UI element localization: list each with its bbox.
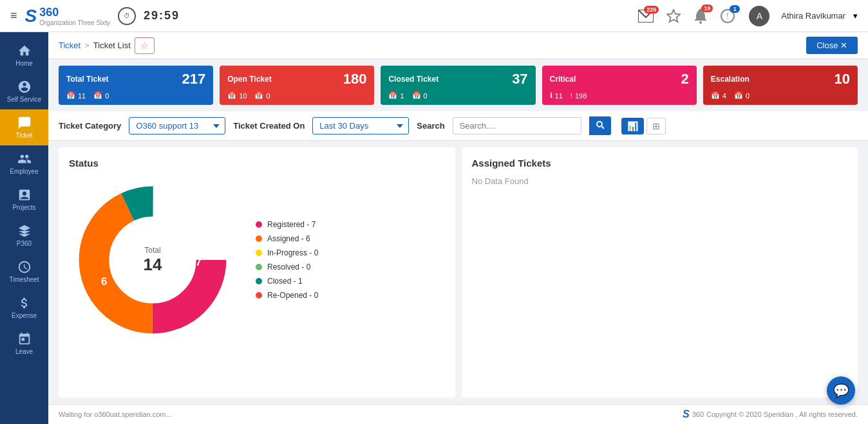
- sidebar-item-timesheet[interactable]: Timesheet: [0, 253, 48, 290]
- footer: Waiting for o360uat.speridian.com... S 3…: [48, 404, 868, 424]
- sidebar-label-p360: P360: [17, 240, 32, 247]
- svg-line-6: [601, 127, 604, 129]
- chart-container: 7 6 1 Total 14: [69, 176, 445, 344]
- legend-dot-registered: [256, 221, 262, 228]
- alert-button[interactable]: ! 1: [721, 9, 735, 23]
- donut-chart: 7 6 1 Total 14: [69, 176, 236, 344]
- breadcrumb-bar: Ticket > Ticket List ☆ Close ✕: [48, 32, 868, 59]
- legend-dot-reopened: [256, 292, 262, 299]
- stat-closed[interactable]: Closed Ticket 37 📅 1 📅 0: [381, 66, 535, 105]
- segment-label-assigned: 6: [101, 275, 107, 288]
- grid-chart-button[interactable]: ⊞: [646, 118, 666, 134]
- stat-total-number: 217: [182, 71, 205, 88]
- logo-org: Organization Three Sixty: [39, 19, 110, 26]
- footer-logo: S 360 Copyright © 2020 Speridian , All r…: [683, 409, 858, 420]
- sidebar-label-employee: Employee: [10, 168, 38, 175]
- assigned-panel: Assigned Tickets No Data Found: [462, 147, 858, 398]
- stat-critical-number: 2: [681, 71, 689, 88]
- logo-s: S: [25, 6, 37, 26]
- donut-total-value: 14: [144, 255, 162, 275]
- search-input[interactable]: [453, 117, 581, 134]
- stat-closed-label: Closed Ticket: [388, 75, 439, 84]
- search-button[interactable]: [589, 116, 611, 135]
- stat-open-foot2: 📅 0: [254, 91, 270, 100]
- legend-resolved: Resolved - 0: [256, 263, 318, 272]
- sidebar: Home Self Service Ticket Employee Projec…: [0, 32, 48, 424]
- sidebar-item-expense[interactable]: Expense: [0, 290, 48, 326]
- stat-closed-foot2: 📅 0: [412, 91, 428, 100]
- legend-dot-closed: [256, 278, 262, 284]
- sidebar-label-self-service: Self Service: [7, 96, 41, 103]
- timer-display: 29:59: [144, 9, 180, 23]
- stats-row: Total Ticket 217 📅 11 📅 0 Open Ticket 18…: [48, 59, 868, 111]
- legend-label-registered: Registered - 7: [267, 220, 316, 229]
- sidebar-item-leave[interactable]: Leave: [0, 326, 48, 362]
- stat-escalation-number: 10: [835, 71, 850, 88]
- status-panel: Status: [59, 147, 455, 398]
- sidebar-item-self-service[interactable]: Self Service: [0, 73, 48, 109]
- sidebar-label-expense: Expense: [12, 312, 37, 319]
- svg-marker-1: [667, 10, 680, 22]
- legend-closed: Closed - 1: [256, 277, 318, 286]
- sidebar-label-projects: Projects: [12, 204, 35, 211]
- category-label: Ticket Category: [59, 121, 121, 131]
- stat-escalation-foot1: 📅 4: [711, 91, 726, 100]
- legend-label-reopened: Re-Opened - 0: [267, 291, 318, 300]
- status-panel-title: Status: [69, 158, 445, 169]
- segment-label-registered: 7: [196, 256, 202, 268]
- sidebar-item-p360[interactable]: P360: [0, 217, 48, 253]
- sidebar-item-projects[interactable]: Projects: [0, 181, 48, 217]
- bar-chart-button[interactable]: 📊: [621, 118, 644, 134]
- stat-open-foot1: 📅 10: [227, 91, 247, 100]
- footer-status-url: Waiting for o360uat.speridian.com...: [59, 410, 172, 418]
- legend-inprogress: In-Progress - 0: [256, 248, 318, 257]
- segment-label-closed: 1: [156, 196, 161, 207]
- svg-point-5: [597, 122, 602, 127]
- stat-open-number: 180: [343, 71, 367, 88]
- stat-open-label: Open Ticket: [227, 75, 271, 84]
- hamburger-icon[interactable]: ≡: [10, 9, 17, 23]
- created-select[interactable]: Last 30 Days: [312, 117, 409, 134]
- stat-critical[interactable]: Critical 2 ℹ 11 ! 198: [542, 66, 697, 105]
- footer-logo-s: S: [683, 409, 690, 420]
- bell-button[interactable]: 19: [693, 8, 708, 24]
- favorite-button[interactable]: ☆: [135, 37, 155, 54]
- breadcrumb: Ticket > Ticket List ☆: [59, 37, 155, 54]
- stat-total-label: Total Ticket: [66, 75, 109, 84]
- breadcrumb-ticket[interactable]: Ticket: [59, 41, 80, 50]
- legend-dot-resolved: [256, 264, 262, 270]
- legend-dot-inprogress: [256, 250, 262, 256]
- no-data-message: No Data Found: [472, 176, 848, 186]
- chatbot-button[interactable]: 💬: [827, 376, 855, 405]
- user-name[interactable]: Athira Ravikumar: [781, 11, 845, 21]
- star-button[interactable]: [666, 9, 681, 23]
- sidebar-item-employee[interactable]: Employee: [0, 145, 48, 181]
- filter-row: Ticket Category O360 support 13 Ticket C…: [48, 111, 868, 141]
- mail-button[interactable]: 226: [638, 10, 654, 23]
- legend-label-resolved: Resolved - 0: [267, 263, 310, 272]
- sidebar-item-ticket[interactable]: Ticket: [0, 109, 48, 145]
- breadcrumb-current: Ticket List: [93, 41, 131, 50]
- stat-escalation[interactable]: Escalation 10 📅 4 📅 0: [703, 66, 858, 105]
- legend-registered: Registered - 7: [256, 220, 318, 229]
- sidebar-label-timesheet: Timesheet: [9, 276, 39, 283]
- sidebar-item-home[interactable]: Home: [0, 37, 48, 73]
- stat-total-foot2: 📅 0: [93, 91, 109, 100]
- user-dropdown-icon[interactable]: ▾: [853, 11, 858, 21]
- legend-dot-assigned: [256, 235, 262, 242]
- stat-total[interactable]: Total Ticket 217 📅 11 📅 0: [59, 66, 213, 105]
- stat-open[interactable]: Open Ticket 180 📅 10 📅 0: [220, 66, 374, 105]
- stat-escalation-label: Escalation: [711, 75, 750, 84]
- sidebar-label-leave: Leave: [15, 348, 33, 355]
- donut-center: Total 14: [144, 246, 162, 275]
- svg-point-2: [699, 21, 702, 24]
- avatar: A: [749, 6, 769, 26]
- logo: S 360 Organization Three Sixty: [25, 6, 111, 26]
- close-button[interactable]: Close ✕: [806, 37, 858, 54]
- breadcrumb-sep: >: [84, 41, 90, 50]
- logo-num: 360: [39, 6, 110, 19]
- created-label: Ticket Created On: [233, 121, 305, 131]
- category-select[interactable]: O360 support 13: [129, 117, 225, 134]
- bell-badge: 19: [701, 5, 713, 12]
- search-label: Search: [417, 121, 444, 131]
